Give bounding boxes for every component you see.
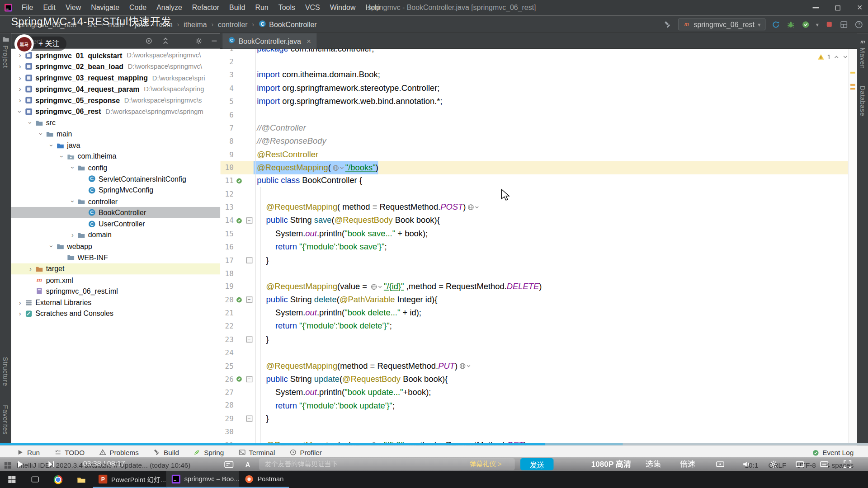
code-line-25[interactable]: 25 @RequestMapping(method = RequestMetho… xyxy=(220,359,848,372)
volume-icon[interactable] xyxy=(742,459,752,469)
url-inlay-hint-icon[interactable] xyxy=(459,362,471,370)
tree-arrow-icon[interactable]: › xyxy=(47,141,55,150)
tree-item-servletcontainersinitconfig[interactable]: CServletContainersInitConfig xyxy=(11,174,220,185)
toolwindow-problems[interactable]: Problems xyxy=(99,448,139,456)
debug-bug-icon[interactable] xyxy=(786,19,796,29)
taskbar-app-springmvc-boo[interactable]: springmvc – Boo... xyxy=(166,471,239,488)
toolwindow-profiler[interactable]: Profiler xyxy=(289,448,322,456)
tree-arrow-icon[interactable]: › xyxy=(68,231,77,239)
tree-item-webapp[interactable]: ›webapp xyxy=(11,241,220,252)
tree-item-springmvc-04-request-param[interactable]: ›springmvc_04_request_paramD:\workspace\… xyxy=(11,84,220,95)
code-line-9[interactable]: 9@RestController xyxy=(220,148,848,161)
spring-mapping-icon[interactable] xyxy=(234,217,245,224)
task-view-button[interactable] xyxy=(23,471,46,488)
tree-arrow-icon[interactable]: › xyxy=(69,197,76,206)
danmaku-toggle-icon[interactable] xyxy=(224,459,234,469)
fold-icon[interactable]: − xyxy=(245,217,254,223)
send-button[interactable]: 发送 xyxy=(520,458,553,470)
code-line-1[interactable]: 1package com.itheima.controller; xyxy=(220,49,848,56)
tree-item-java[interactable]: ›java xyxy=(11,140,220,151)
minimize-button[interactable] xyxy=(806,0,825,15)
sidebar-item-structure[interactable]: Structure xyxy=(0,357,11,386)
warning-tick[interactable] xyxy=(850,72,855,74)
breadcrumb-itheima[interactable]: itheima xyxy=(183,20,208,28)
spring-mapping-icon[interactable] xyxy=(234,178,245,184)
tab-bookcontroller[interactable]: C BookController.java × xyxy=(222,33,316,48)
collapse-all-icon[interactable] xyxy=(162,37,170,45)
run-configuration-select[interactable]: m springmvc_06_rest ▾ xyxy=(678,18,765,30)
code-line-8[interactable]: 8//@ResponseBody xyxy=(220,135,848,148)
code-line-22[interactable]: 22 return "{'module':'book delete'}"; xyxy=(220,319,848,333)
code-line-2[interactable]: 2 xyxy=(220,55,848,68)
tree-arrow-icon[interactable]: › xyxy=(16,107,24,116)
tree-arrow-icon[interactable]: › xyxy=(15,85,24,93)
rerun-icon[interactable] xyxy=(771,19,781,29)
tree-arrow-icon[interactable]: › xyxy=(15,63,24,70)
taskbar-app-powerpoint[interactable]: PPowerPoint 幻灯... xyxy=(93,471,166,488)
tree-item-config[interactable]: ›config xyxy=(11,162,220,174)
theater-mode-icon[interactable] xyxy=(795,459,805,469)
code-line-4[interactable]: 4import org.springframework.stereotype.C… xyxy=(220,82,848,95)
fold-icon[interactable]: − xyxy=(245,376,254,382)
code-line-24[interactable]: 24 xyxy=(220,346,848,359)
tree-item-web-inf[interactable]: WEB-INF xyxy=(11,252,220,263)
tree-item-src[interactable]: ›src xyxy=(11,117,220,128)
file-explorer-icon[interactable] xyxy=(70,471,93,488)
tree-item-main[interactable]: ›main xyxy=(11,128,220,140)
code-line-23[interactable]: 23− } xyxy=(220,333,848,346)
tree-item-springmvc-05-response[interactable]: ›springmvc_05_responseD:\workspace\sprin… xyxy=(11,95,220,106)
layout-icon[interactable] xyxy=(839,19,849,29)
start-button[interactable] xyxy=(0,471,23,488)
fullscreen-icon[interactable] xyxy=(843,459,853,469)
menu-run[interactable]: Run xyxy=(250,0,273,15)
tree-item-springmvc-02-bean-load[interactable]: ›springmvc_02_bean_loadD:\workspace\spri… xyxy=(11,61,220,72)
menu-build[interactable]: Build xyxy=(224,0,250,15)
code-line-17[interactable]: 17− } xyxy=(220,253,848,267)
tree-arrow-icon[interactable]: › xyxy=(15,74,24,82)
toolwindow-todo[interactable]: TODO xyxy=(54,448,85,456)
code-line-10[interactable]: 10@RequestMapping("/books") xyxy=(220,161,848,174)
tree-item-springmvc-06-rest[interactable]: ›springmvc_06_restD:\workspace\springmvc… xyxy=(11,106,220,117)
close-tab-icon[interactable]: × xyxy=(307,37,311,46)
code-line-5[interactable]: 5import org.springframework.web.bind.ann… xyxy=(220,95,848,108)
stripe-tick[interactable] xyxy=(850,88,855,90)
code-line-3[interactable]: 3import com.itheima.domain.Book; xyxy=(220,69,848,82)
tree-arrow-icon[interactable]: › xyxy=(47,242,55,251)
code-line-21[interactable]: 21 System.out.println("book delete..." +… xyxy=(220,306,848,319)
fold-icon[interactable]: − xyxy=(245,337,254,343)
fold-icon[interactable]: − xyxy=(245,416,254,422)
tree-arrow-icon[interactable]: › xyxy=(27,118,34,127)
editor-area[interactable]: 1package com.itheima.controller;23import… xyxy=(220,49,848,446)
fold-icon[interactable]: − xyxy=(245,297,254,303)
danmaku-settings-icon[interactable] xyxy=(715,459,725,469)
player-settings-gear-icon[interactable] xyxy=(769,459,778,469)
tree-item-springmvc-06-rest-iml[interactable]: springmvc_06_rest.iml xyxy=(11,286,220,297)
code-line-7[interactable]: 7//@Controller xyxy=(220,122,848,135)
tree-arrow-icon[interactable]: › xyxy=(15,310,24,318)
fold-icon[interactable]: − xyxy=(245,257,254,263)
code-line-28[interactable]: 28 return "{'module':'book update'}"; xyxy=(220,399,848,412)
menu-refactor[interactable]: Refactor xyxy=(187,0,224,15)
maximize-button[interactable] xyxy=(828,0,847,15)
tree-item-external-libraries[interactable]: ›External Libraries xyxy=(11,297,220,308)
wide-mode-icon[interactable] xyxy=(819,459,829,469)
code-line-26[interactable]: 26− public String update(@RequestBody Bo… xyxy=(220,372,848,385)
stop-icon[interactable] xyxy=(824,19,834,29)
error-stripe[interactable] xyxy=(848,49,857,446)
toolwindow-spring[interactable]: Spring xyxy=(193,448,224,456)
tree-item-com-itheima[interactable]: ›com.itheima xyxy=(11,151,220,162)
menu-tools[interactable]: Tools xyxy=(274,0,300,15)
code-line-30[interactable]: 30 xyxy=(220,425,848,438)
next-episode-icon[interactable] xyxy=(47,459,57,469)
menu-vcs[interactable]: VCS xyxy=(300,0,325,15)
url-inlay-hint-icon[interactable] xyxy=(371,283,383,290)
code-line-20[interactable]: 20− public String delete(@PathVariable I… xyxy=(220,293,848,306)
chevron-down-icon[interactable]: ▾ xyxy=(816,21,819,27)
spring-mapping-icon[interactable] xyxy=(234,376,245,383)
toolwindow-terminal[interactable]: Terminal xyxy=(238,448,275,456)
tree-item-scratches-and-consoles[interactable]: ›Scratches and Consoles xyxy=(11,308,220,319)
episodes-button[interactable]: 选集 xyxy=(646,457,661,471)
code-line-27[interactable]: 27 System.out.println("book update..."+b… xyxy=(220,386,848,399)
menu-window[interactable]: Window xyxy=(325,0,361,15)
danmaku-rule-link[interactable]: 弹幕礼仪 > xyxy=(469,457,501,471)
